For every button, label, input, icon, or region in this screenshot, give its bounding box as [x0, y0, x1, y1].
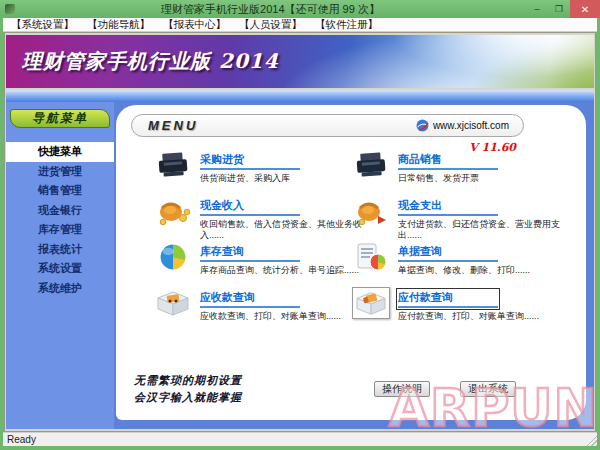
sales-icon — [352, 149, 390, 181]
app-window: 理财管家手机行业版2014【还可使用 99 次】 – ❐ ✕ 【系统设置】 【功… — [0, 0, 600, 450]
main-area: 导航菜单 快捷菜单 进货管理 销售管理 现金银行 库存管理 报表统计 系统设置 … — [6, 102, 594, 429]
banner-title: 理财管家手机行业版 2014 — [22, 48, 279, 75]
sidebar: 导航菜单 快捷菜单 进货管理 销售管理 现金银行 库存管理 报表统计 系统设置 … — [6, 102, 114, 429]
shortcut-desc: 单据查询、修改、删除、打印...... — [398, 265, 572, 276]
close-button[interactable]: ✕ — [570, 0, 600, 18]
sidebar-item-quick-menu[interactable]: 快捷菜单 — [6, 142, 114, 162]
purchase-icon — [154, 149, 192, 181]
shortcut-purchase[interactable]: 采购进货 供货商进货、采购入库 — [150, 149, 348, 195]
payable-query-icon — [352, 287, 390, 319]
slogan-line2: 会汉字输入就能掌握 — [134, 389, 242, 406]
menu-item-report-center[interactable]: 【报表中心】 — [163, 18, 226, 32]
titlebar: 理财管家手机行业版2014【还可使用 99 次】 – ❐ ✕ — [0, 0, 600, 18]
app-icon — [5, 4, 15, 14]
maximize-button[interactable]: ❐ — [548, 0, 570, 18]
content-panel: MENU www.xjcisoft.com V 11.60 — [116, 105, 586, 420]
website-link[interactable]: www.xjcisoft.com — [416, 119, 509, 132]
shortcut-desc: 支付进货款、归还信贷资金、营业费用支出...... — [398, 219, 572, 242]
slogan-line1: 无需繁琐的期初设置 — [134, 372, 242, 389]
shortcut-grid: 采购进货 供货商进货、采购入库 — [150, 149, 568, 333]
sidebar-item-sales-mgmt[interactable]: 销售管理 — [6, 181, 114, 201]
minimize-button[interactable]: – — [526, 0, 548, 18]
receivable-query-icon — [154, 287, 192, 319]
shortcut-title[interactable]: 采购进货 — [200, 152, 300, 170]
resize-grip[interactable] — [584, 433, 597, 446]
globe-icon — [416, 119, 429, 132]
menu-item-system-settings[interactable]: 【系统设置】 — [11, 18, 74, 32]
shortcut-receivable-query[interactable]: 应收款查询 应收款查询、打印、对账单查询...... — [150, 287, 348, 333]
menu-item-function-nav[interactable]: 【功能导航】 — [87, 18, 150, 32]
shortcut-desc: 日常销售、发货开票 — [398, 173, 572, 184]
shortcut-payable-query[interactable]: 应付款查询 应付款查询、打印、对账单查询...... — [348, 287, 568, 333]
sidebar-item-report-stats[interactable]: 报表统计 — [6, 240, 114, 260]
shortcut-inventory-query[interactable]: 库存查询 库存商品查询、统计分析、串号追踪...... — [150, 241, 348, 287]
shortcut-title[interactable]: 现金支出 — [398, 198, 498, 216]
voucher-query-icon — [352, 241, 390, 273]
shortcut-title[interactable]: 应付款查询 — [398, 290, 498, 308]
cash-expense-icon — [352, 195, 390, 227]
banner-divider-bar — [6, 90, 594, 102]
cash-income-icon — [154, 195, 192, 227]
window-title: 理财管家手机行业版2014【还可使用 99 次】 — [15, 2, 526, 17]
statusbar: Ready — [3, 432, 597, 446]
sidebar-header: 导航菜单 — [10, 109, 110, 128]
exit-button[interactable]: 退出系统 — [460, 381, 516, 397]
menu-header-title: MENU — [148, 118, 198, 133]
sidebar-item-purchase-mgmt[interactable]: 进货管理 — [6, 162, 114, 182]
shortcut-cash-income[interactable]: 现金收入 收回销售款、借入信贷资金、其他业务收入...... — [150, 195, 348, 241]
shortcut-title[interactable]: 单据查询 — [398, 244, 498, 262]
sidebar-item-system-settings[interactable]: 系统设置 — [6, 259, 114, 279]
shortcut-desc: 应付款查询、打印、对账单查询...... — [398, 311, 572, 322]
banner: 理财管家手机行业版 2014 — [6, 35, 594, 88]
sidebar-list: 快捷菜单 进货管理 销售管理 现金银行 库存管理 报表统计 系统设置 系统维护 — [6, 142, 114, 298]
sidebar-item-cash-bank[interactable]: 现金银行 — [6, 201, 114, 221]
shortcut-title[interactable]: 商品销售 — [398, 152, 498, 170]
client-area: 理财管家手机行业版 2014 导航菜单 快捷菜单 进货管理 销售管理 现金银行 … — [4, 32, 596, 432]
website-text: www.xjcisoft.com — [433, 120, 509, 131]
shortcut-title[interactable]: 应收款查询 — [200, 290, 300, 308]
shortcut-sales[interactable]: 商品销售 日常销售、发货开票 — [348, 149, 568, 195]
menubar: 【系统设置】 【功能导航】 【报表中心】 【人员设置】 【软件注册】 — [3, 18, 597, 32]
shortcut-cash-expense[interactable]: 现金支出 支付进货款、归还信贷资金、营业费用支出...... — [348, 195, 568, 241]
menu-item-software-register[interactable]: 【软件注册】 — [315, 18, 378, 32]
operation-help-button[interactable]: 操作说明 — [374, 381, 430, 397]
status-text: Ready — [7, 434, 36, 445]
menu-header-bar: MENU www.xjcisoft.com — [131, 114, 524, 137]
inventory-query-icon — [154, 241, 192, 273]
footer-buttons: 操作说明 退出系统 — [374, 381, 516, 397]
shortcut-voucher-query[interactable]: 单据查询 单据查询、修改、删除、打印...... — [348, 241, 568, 287]
shortcut-title[interactable]: 现金收入 — [200, 198, 300, 216]
slogan: 无需繁琐的期初设置 会汉字输入就能掌握 — [134, 372, 242, 406]
sidebar-item-system-maintenance[interactable]: 系统维护 — [6, 279, 114, 299]
menu-item-staff-settings[interactable]: 【人员设置】 — [239, 18, 302, 32]
sidebar-item-inventory-mgmt[interactable]: 库存管理 — [6, 220, 114, 240]
shortcut-title[interactable]: 库存查询 — [200, 244, 300, 262]
